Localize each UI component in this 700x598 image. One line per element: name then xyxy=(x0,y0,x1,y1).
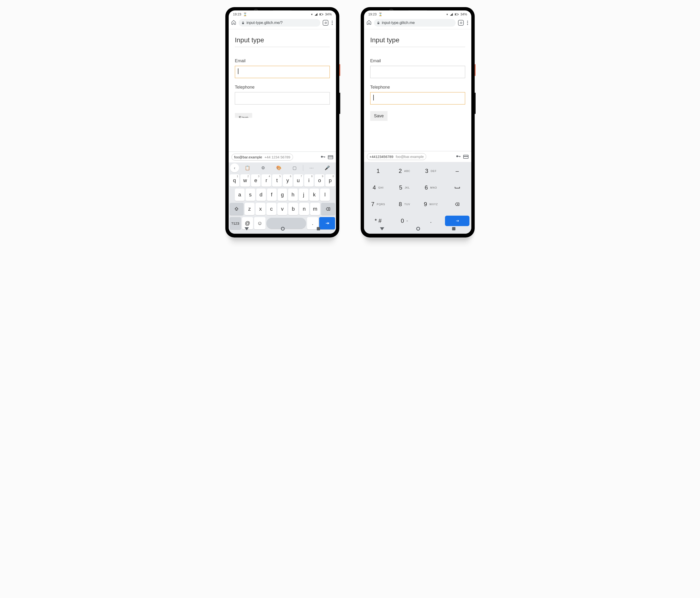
kb-back-icon[interactable]: ‹ xyxy=(230,164,239,172)
numkey-*#[interactable]: * # xyxy=(366,214,390,227)
key-r[interactable]: r4 xyxy=(261,174,271,187)
gear-icon[interactable]: ⚙ xyxy=(256,164,271,172)
key-t[interactable]: t5 xyxy=(272,174,282,187)
card-icon[interactable] xyxy=(463,155,469,159)
key-e[interactable]: e3 xyxy=(251,174,261,187)
numkey-4[interactable]: 4GHI xyxy=(366,181,390,194)
phone-left: 19:23 ⌛ ▾ 34% input-type.glitch.me/? xyxy=(225,7,339,238)
numkey-0[interactable]: 0+ xyxy=(392,214,417,227)
shift-key[interactable] xyxy=(230,203,244,215)
key-g[interactable]: g xyxy=(278,189,287,201)
key-p[interactable]: p0 xyxy=(325,174,335,187)
key-c[interactable]: c xyxy=(267,203,276,215)
email-field[interactable] xyxy=(370,66,465,78)
key-i[interactable]: i8 xyxy=(304,174,314,187)
more-icon[interactable]: ⋯ xyxy=(304,164,319,172)
browser-toolbar: input-type.glitch.me :D xyxy=(364,18,471,29)
backspace-key[interactable] xyxy=(321,203,335,215)
save-button[interactable]: Save xyxy=(235,113,252,118)
key-icon[interactable] xyxy=(456,154,461,160)
battery-percent: 34% xyxy=(460,13,467,16)
palette-icon[interactable]: 🎨 xyxy=(271,164,286,172)
autofill-suggestion-bar: +44123456789 foo@bar.example xyxy=(364,151,471,162)
key-u[interactable]: u7 xyxy=(294,174,303,187)
address-bar[interactable]: input-type.glitch.me xyxy=(374,19,456,27)
key-a[interactable]: a xyxy=(235,189,245,201)
qwerty-keyboard: foo@bar.example +44 1234 56789 ‹ 📋 ⚙ 🎨 ▢… xyxy=(229,151,336,234)
key-v[interactable]: v xyxy=(277,203,287,215)
key-z[interactable]: z xyxy=(245,203,254,215)
page-title: Input type xyxy=(370,36,465,47)
card-icon[interactable] xyxy=(328,155,333,159)
email-field[interactable] xyxy=(235,66,330,78)
key-q[interactable]: q1 xyxy=(230,174,239,187)
key-x[interactable]: x xyxy=(255,203,266,215)
telephone-field[interactable] xyxy=(370,92,465,104)
numkey-–[interactable]: – xyxy=(445,164,470,178)
key-f[interactable]: f xyxy=(267,189,277,201)
tab-switcher[interactable]: :D xyxy=(458,20,464,26)
key-o[interactable]: o9 xyxy=(315,174,324,187)
backspace-key[interactable] xyxy=(445,198,470,211)
numkey-.[interactable]: . xyxy=(419,214,443,227)
numkey-2[interactable]: 2ABC xyxy=(392,164,417,178)
status-time: 19:23 xyxy=(233,13,241,16)
sticker-icon[interactable]: ▢ xyxy=(287,164,302,172)
url-text: input-type.glitch.me xyxy=(382,21,415,25)
period-key[interactable]: . xyxy=(307,217,319,229)
numkey-3[interactable]: 3DEF xyxy=(419,164,443,178)
svg-rect-6 xyxy=(458,156,460,156)
key-m[interactable]: m xyxy=(310,203,320,215)
autofill-suggestion-bar: foo@bar.example +44 1234 56789 xyxy=(229,152,336,163)
home-icon[interactable] xyxy=(366,20,372,26)
symbols-key[interactable]: ?123 xyxy=(230,217,241,229)
battery-icon xyxy=(319,13,323,16)
enter-key[interactable] xyxy=(319,217,335,229)
volume-button xyxy=(339,93,340,114)
svg-rect-8 xyxy=(460,156,460,157)
telephone-label: Telephone xyxy=(235,85,330,90)
wifi-icon: ▾ xyxy=(446,13,448,16)
home-icon[interactable] xyxy=(231,20,236,26)
emoji-key[interactable]: ☺ xyxy=(254,217,266,229)
key-w[interactable]: w2 xyxy=(240,174,250,187)
numkey-8[interactable]: 8TUV xyxy=(392,198,417,211)
numkey-7[interactable]: 7PQRS xyxy=(366,198,390,211)
save-button[interactable]: Save xyxy=(370,111,388,121)
enter-key[interactable] xyxy=(445,216,470,226)
telephone-field[interactable] xyxy=(235,92,330,104)
status-bar: 19:23 ⌛ ▾ 34% xyxy=(364,10,471,18)
numkey-1[interactable]: 1 xyxy=(366,164,390,178)
autofill-chip[interactable]: +44123456789 foo@bar.example xyxy=(367,153,426,160)
key-n[interactable]: n xyxy=(299,203,309,215)
key-d[interactable]: d xyxy=(256,189,266,201)
key-y[interactable]: y6 xyxy=(283,174,293,187)
key-s[interactable]: s xyxy=(246,189,255,201)
signal-icon xyxy=(450,13,453,16)
keyboard-toolbar: ‹ 📋 ⚙ 🎨 ▢ ⋯ 🎤̸ xyxy=(229,163,336,173)
autofill-chip[interactable]: foo@bar.example +44 1234 56789 xyxy=(231,154,293,160)
numkey-5[interactable]: 5JKL xyxy=(392,181,417,194)
numkey-6[interactable]: 6MNO xyxy=(419,181,443,194)
overflow-menu-icon[interactable] xyxy=(331,20,334,26)
signal-icon xyxy=(315,13,318,16)
overflow-menu-icon[interactable] xyxy=(466,20,469,26)
key-j[interactable]: j xyxy=(299,189,308,201)
phone-right: 19:23 ⌛ ▾ 34% input-type.glitch.me xyxy=(361,7,475,238)
address-bar[interactable]: input-type.glitch.me/? xyxy=(239,19,320,27)
at-key[interactable]: @ xyxy=(242,217,253,229)
hourglass-icon: ⌛ xyxy=(378,13,382,16)
tab-switcher[interactable]: :D xyxy=(323,20,328,26)
numkey-9[interactable]: 9WXYZ xyxy=(419,198,443,211)
space-key[interactable] xyxy=(267,218,306,229)
lock-icon xyxy=(242,21,245,24)
mic-off-icon[interactable]: 🎤̸ xyxy=(320,164,334,172)
key-b[interactable]: b xyxy=(288,203,298,215)
key-h[interactable]: h xyxy=(288,189,298,201)
key-l[interactable]: l xyxy=(320,189,330,201)
key-k[interactable]: k xyxy=(309,189,319,201)
clipboard-icon[interactable]: 📋 xyxy=(240,164,255,172)
svg-rect-3 xyxy=(325,156,325,157)
key-icon[interactable] xyxy=(320,154,326,160)
space-key[interactable] xyxy=(445,181,470,194)
